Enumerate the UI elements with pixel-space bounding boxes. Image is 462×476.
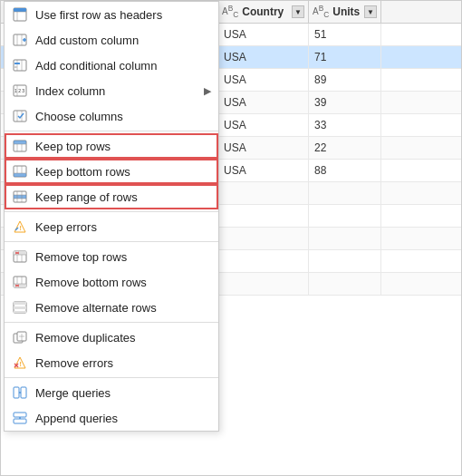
svg-rect-66 [14, 413, 26, 417]
cell-units: 39 [309, 92, 381, 113]
conditional-column-icon [12, 57, 28, 73]
remove-bottom-icon [12, 274, 28, 290]
country-dropdown-btn[interactable]: ▼ [292, 5, 304, 18]
cell-country: USA [218, 69, 309, 91]
col-header-country: ABC Country ▼ [218, 1, 309, 23]
cell-country: USA [218, 137, 309, 159]
cell-country: USA [218, 160, 309, 181]
append-icon [12, 410, 28, 426]
separator-3 [5, 241, 218, 242]
menu-item-append-queries[interactable]: Append queries [5, 405, 218, 431]
menu-item-remove-duplicates[interactable]: Remove duplicates [5, 325, 218, 350]
cell-units: 22 [309, 137, 381, 159]
svg-rect-54 [14, 306, 26, 309]
keep-bottom-rows-label: Keep bottom rows [35, 165, 211, 179]
cell-units: 33 [309, 114, 381, 136]
remove-top-rows-label: Remove top rows [35, 250, 211, 264]
svg-rect-31 [14, 195, 26, 199]
cell-units [309, 250, 381, 272]
cell-units: 89 [309, 69, 381, 91]
menu-item-add-conditional-column[interactable]: Add conditional column [5, 53, 218, 78]
svg-text:!: ! [20, 225, 22, 231]
units-type-icon: ABC [313, 4, 329, 19]
remove-bottom-rows-label: Remove bottom rows [35, 276, 211, 289]
menu-item-merge-queries[interactable]: Merge queries [5, 380, 218, 405]
svg-rect-53 [14, 302, 26, 305]
cell-country [218, 250, 309, 272]
cell-country: USA [218, 46, 309, 68]
cell-units [309, 182, 381, 204]
main-container: ABC Period ▼ ABC Country ▼ ABC Units ▼ U… [0, 0, 462, 476]
choose-columns-icon [12, 108, 28, 124]
menu-item-keep-top-rows[interactable]: Keep top rows [5, 133, 218, 159]
svg-text:1 2 3: 1 2 3 [14, 88, 24, 93]
remove-err-icon: ! [12, 355, 28, 371]
add-conditional-column-label: Add conditional column [35, 59, 211, 73]
menu-item-remove-alternate-rows[interactable]: Remove alternate rows [5, 295, 218, 320]
keep-top-icon [12, 138, 28, 154]
svg-rect-1 [14, 8, 26, 12]
choose-columns-label: Choose columns [35, 110, 211, 123]
separator-4 [5, 322, 218, 323]
cell-units: 88 [309, 160, 381, 181]
remove-top-icon [12, 248, 28, 265]
keep-top-rows-label: Keep top rows [35, 140, 211, 153]
svg-rect-21 [14, 141, 26, 144]
col-header-units: ABC Units ▼ [309, 1, 381, 23]
cell-units [309, 228, 381, 249]
menu-item-remove-errors[interactable]: ! Remove errors [5, 350, 218, 375]
dropdown-menu: Use first row as headers Add custom colu… [4, 1, 219, 432]
cell-units: 51 [309, 24, 381, 45]
keep-errors-label: Keep errors [35, 220, 211, 234]
units-col-label: Units [332, 5, 360, 18]
remove-duplicates-label: Remove duplicates [35, 331, 211, 345]
keep-range-label: Keep range of rows [35, 190, 211, 204]
remove-alternate-rows-label: Remove alternate rows [35, 301, 211, 315]
units-dropdown-btn[interactable]: ▼ [364, 5, 377, 18]
index-column-label: Index column [35, 84, 197, 98]
menu-item-choose-columns[interactable]: Choose columns [5, 103, 218, 129]
merge-icon [12, 384, 28, 401]
cell-units: 71 [309, 46, 381, 68]
country-col-label: Country [242, 5, 284, 18]
cell-country [218, 205, 309, 227]
svg-rect-26 [14, 173, 26, 177]
cell-country: USA [218, 92, 309, 113]
svg-rect-46 [14, 284, 26, 287]
svg-rect-12 [14, 63, 20, 64]
country-type-icon: ABC [222, 4, 238, 19]
menu-item-remove-bottom-rows[interactable]: Remove bottom rows [5, 269, 218, 295]
add-column-icon [12, 32, 28, 48]
menu-item-keep-range-of-rows[interactable]: Keep range of rows [5, 184, 218, 209]
merge-queries-label: Merge queries [35, 386, 211, 400]
menu-item-add-custom-column[interactable]: Add custom column [5, 27, 218, 53]
cell-units [309, 273, 381, 295]
menu-item-remove-top-rows[interactable]: Remove top rows [5, 244, 218, 269]
cell-country [218, 228, 309, 249]
keep-bottom-icon [12, 163, 28, 180]
index-column-arrow: ▶ [204, 85, 211, 97]
table-header-icon [12, 6, 28, 23]
separator-2 [5, 211, 218, 212]
menu-item-keep-bottom-rows[interactable]: Keep bottom rows [5, 159, 218, 184]
svg-text:!: ! [20, 361, 22, 367]
append-queries-label: Append queries [35, 412, 211, 425]
svg-rect-55 [14, 311, 26, 313]
cell-country: USA [218, 114, 309, 136]
svg-rect-64 [21, 387, 26, 398]
cell-country: USA [218, 24, 309, 45]
menu-item-index-column[interactable]: 1 2 3 Index column ▶ [5, 78, 218, 103]
index-icon: 1 2 3 [12, 83, 28, 99]
menu-item-use-first-row[interactable]: Use first row as headers [5, 2, 218, 27]
svg-rect-17 [14, 111, 26, 121]
remove-alt-icon [12, 299, 28, 316]
svg-rect-67 [14, 419, 26, 423]
menu-item-keep-errors[interactable]: ! Keep errors [5, 214, 218, 239]
svg-rect-39 [14, 251, 26, 255]
svg-rect-13 [14, 66, 17, 68]
cell-country [218, 273, 309, 295]
keep-errors-icon: ! [12, 219, 28, 235]
cell-country [218, 182, 309, 204]
remove-errors-label: Remove errors [35, 356, 211, 370]
separator-5 [5, 377, 218, 378]
